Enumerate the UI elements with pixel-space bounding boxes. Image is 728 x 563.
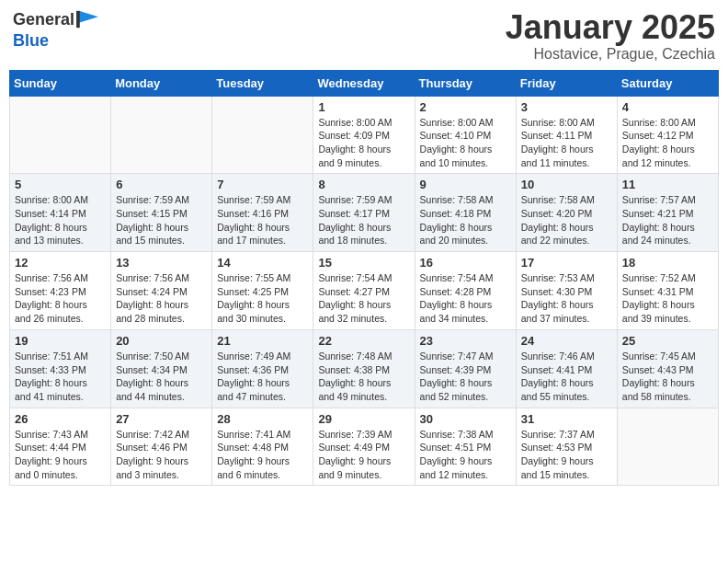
day-number: 25 bbox=[622, 334, 713, 348]
day-info: Sunrise: 7:46 AM Sunset: 4:41 PM Dayligh… bbox=[521, 350, 612, 404]
header-sunday: Sunday bbox=[10, 70, 111, 96]
day-cell: 20Sunrise: 7:50 AM Sunset: 4:34 PM Dayli… bbox=[111, 329, 212, 408]
day-cell: 29Sunrise: 7:39 AM Sunset: 4:49 PM Dayli… bbox=[313, 408, 415, 486]
day-number: 30 bbox=[420, 412, 511, 426]
day-number: 29 bbox=[318, 412, 409, 426]
day-cell: 22Sunrise: 7:48 AM Sunset: 4:38 PM Dayli… bbox=[313, 329, 415, 408]
day-info: Sunrise: 7:42 AM Sunset: 4:46 PM Dayligh… bbox=[116, 428, 207, 482]
day-info: Sunrise: 7:57 AM Sunset: 4:21 PM Dayligh… bbox=[622, 193, 713, 247]
day-cell bbox=[212, 96, 313, 174]
week-row-4: 19Sunrise: 7:51 AM Sunset: 4:33 PM Dayli… bbox=[10, 329, 719, 408]
day-info: Sunrise: 7:58 AM Sunset: 4:20 PM Dayligh… bbox=[521, 193, 612, 247]
day-number: 31 bbox=[521, 412, 612, 426]
day-cell: 3Sunrise: 8:00 AM Sunset: 4:11 PM Daylig… bbox=[516, 96, 617, 174]
day-cell: 16Sunrise: 7:54 AM Sunset: 4:28 PM Dayli… bbox=[415, 252, 516, 330]
day-cell: 24Sunrise: 7:46 AM Sunset: 4:41 PM Dayli… bbox=[516, 329, 617, 408]
logo: General Blue bbox=[13, 9, 100, 51]
day-number: 26 bbox=[15, 412, 106, 426]
day-cell: 10Sunrise: 7:58 AM Sunset: 4:20 PM Dayli… bbox=[516, 174, 617, 252]
day-number: 20 bbox=[116, 334, 207, 348]
day-number: 22 bbox=[318, 334, 409, 348]
day-cell: 7Sunrise: 7:59 AM Sunset: 4:16 PM Daylig… bbox=[212, 174, 313, 252]
day-number: 7 bbox=[217, 178, 308, 191]
day-info: Sunrise: 8:00 AM Sunset: 4:12 PM Dayligh… bbox=[622, 116, 713, 170]
day-info: Sunrise: 7:51 AM Sunset: 4:33 PM Dayligh… bbox=[15, 350, 106, 404]
day-cell: 4Sunrise: 8:00 AM Sunset: 4:12 PM Daylig… bbox=[617, 96, 718, 174]
day-info: Sunrise: 8:00 AM Sunset: 4:14 PM Dayligh… bbox=[15, 193, 106, 247]
day-number: 4 bbox=[622, 100, 713, 114]
logo-text-blue: Blue bbox=[13, 31, 49, 50]
day-cell: 23Sunrise: 7:47 AM Sunset: 4:39 PM Dayli… bbox=[415, 329, 516, 408]
day-number: 15 bbox=[318, 256, 409, 270]
day-cell: 15Sunrise: 7:54 AM Sunset: 4:27 PM Dayli… bbox=[313, 252, 415, 330]
day-number: 1 bbox=[318, 100, 409, 114]
day-number: 11 bbox=[622, 178, 713, 191]
day-number: 3 bbox=[521, 100, 612, 114]
day-cell: 9Sunrise: 7:58 AM Sunset: 4:18 PM Daylig… bbox=[415, 174, 516, 252]
day-cell: 13Sunrise: 7:56 AM Sunset: 4:24 PM Dayli… bbox=[111, 252, 212, 330]
logo-row: General bbox=[13, 9, 100, 29]
day-cell: 31Sunrise: 7:37 AM Sunset: 4:53 PM Dayli… bbox=[516, 408, 617, 486]
day-number: 5 bbox=[15, 178, 106, 191]
header-thursday: Thursday bbox=[415, 70, 516, 96]
day-info: Sunrise: 7:55 AM Sunset: 4:25 PM Dayligh… bbox=[217, 271, 308, 326]
week-row-1: 1Sunrise: 8:00 AM Sunset: 4:09 PM Daylig… bbox=[10, 96, 719, 174]
day-info: Sunrise: 7:49 AM Sunset: 4:36 PM Dayligh… bbox=[217, 350, 308, 404]
title-area: January 2025 Hostavice, Prague, Czechia bbox=[506, 9, 715, 63]
logo-text-general: General bbox=[13, 10, 74, 29]
day-cell: 5Sunrise: 8:00 AM Sunset: 4:14 PM Daylig… bbox=[10, 174, 111, 252]
day-number: 9 bbox=[420, 178, 511, 191]
week-row-3: 12Sunrise: 7:56 AM Sunset: 4:23 PM Dayli… bbox=[10, 252, 719, 330]
day-info: Sunrise: 7:58 AM Sunset: 4:18 PM Dayligh… bbox=[420, 193, 511, 247]
day-number: 8 bbox=[318, 178, 409, 191]
location-title: Hostavice, Prague, Czechia bbox=[506, 46, 715, 63]
header-tuesday: Tuesday bbox=[212, 70, 313, 96]
header-saturday: Saturday bbox=[617, 70, 718, 96]
day-info: Sunrise: 7:54 AM Sunset: 4:28 PM Dayligh… bbox=[420, 271, 511, 326]
day-info: Sunrise: 7:39 AM Sunset: 4:49 PM Dayligh… bbox=[318, 428, 409, 482]
day-info: Sunrise: 7:48 AM Sunset: 4:38 PM Dayligh… bbox=[318, 350, 409, 404]
svg-marker-0 bbox=[79, 11, 98, 23]
day-cell: 8Sunrise: 7:59 AM Sunset: 4:17 PM Daylig… bbox=[313, 174, 415, 252]
day-number: 16 bbox=[420, 256, 511, 270]
day-info: Sunrise: 7:38 AM Sunset: 4:51 PM Dayligh… bbox=[420, 428, 511, 482]
day-info: Sunrise: 7:43 AM Sunset: 4:44 PM Dayligh… bbox=[15, 428, 106, 482]
day-cell: 28Sunrise: 7:41 AM Sunset: 4:48 PM Dayli… bbox=[212, 408, 313, 486]
day-info: Sunrise: 7:52 AM Sunset: 4:31 PM Dayligh… bbox=[622, 271, 713, 326]
day-number: 13 bbox=[116, 256, 207, 270]
day-cell bbox=[617, 408, 718, 486]
day-cell: 21Sunrise: 7:49 AM Sunset: 4:36 PM Dayli… bbox=[212, 329, 313, 408]
header-wednesday: Wednesday bbox=[313, 70, 415, 96]
day-number: 18 bbox=[622, 256, 713, 270]
header-friday: Friday bbox=[516, 70, 617, 96]
day-cell: 6Sunrise: 7:59 AM Sunset: 4:15 PM Daylig… bbox=[111, 174, 212, 252]
day-info: Sunrise: 7:50 AM Sunset: 4:34 PM Dayligh… bbox=[116, 350, 207, 404]
day-cell: 30Sunrise: 7:38 AM Sunset: 4:51 PM Dayli… bbox=[415, 408, 516, 486]
day-info: Sunrise: 7:56 AM Sunset: 4:23 PM Dayligh… bbox=[15, 271, 106, 326]
day-info: Sunrise: 7:59 AM Sunset: 4:16 PM Dayligh… bbox=[217, 193, 308, 247]
day-cell bbox=[10, 96, 111, 174]
day-number: 19 bbox=[15, 334, 106, 348]
day-info: Sunrise: 8:00 AM Sunset: 4:11 PM Dayligh… bbox=[521, 116, 612, 170]
day-cell: 18Sunrise: 7:52 AM Sunset: 4:31 PM Dayli… bbox=[617, 252, 718, 330]
page-header: General Blue January 2025 Hostavice, Pra… bbox=[9, 9, 719, 63]
day-number: 24 bbox=[521, 334, 612, 348]
day-number: 2 bbox=[420, 100, 511, 114]
day-cell: 27Sunrise: 7:42 AM Sunset: 4:46 PM Dayli… bbox=[111, 408, 212, 486]
day-cell: 14Sunrise: 7:55 AM Sunset: 4:25 PM Dayli… bbox=[212, 252, 313, 330]
day-number: 21 bbox=[217, 334, 308, 348]
day-info: Sunrise: 7:41 AM Sunset: 4:48 PM Dayligh… bbox=[217, 428, 308, 482]
day-number: 23 bbox=[420, 334, 511, 348]
day-cell: 1Sunrise: 8:00 AM Sunset: 4:09 PM Daylig… bbox=[313, 96, 415, 174]
day-info: Sunrise: 7:54 AM Sunset: 4:27 PM Dayligh… bbox=[318, 271, 409, 326]
day-cell: 26Sunrise: 7:43 AM Sunset: 4:44 PM Dayli… bbox=[10, 408, 111, 486]
calendar-table: SundayMondayTuesdayWednesdayThursdayFrid… bbox=[9, 70, 719, 487]
svg-rect-1 bbox=[76, 11, 80, 28]
day-cell: 2Sunrise: 8:00 AM Sunset: 4:10 PM Daylig… bbox=[415, 96, 516, 174]
header-monday: Monday bbox=[111, 70, 212, 96]
week-row-2: 5Sunrise: 8:00 AM Sunset: 4:14 PM Daylig… bbox=[10, 174, 719, 252]
day-number: 28 bbox=[217, 412, 308, 426]
day-info: Sunrise: 7:59 AM Sunset: 4:15 PM Dayligh… bbox=[116, 193, 207, 247]
week-row-5: 26Sunrise: 7:43 AM Sunset: 4:44 PM Dayli… bbox=[10, 408, 719, 486]
day-cell: 25Sunrise: 7:45 AM Sunset: 4:43 PM Dayli… bbox=[617, 329, 718, 408]
